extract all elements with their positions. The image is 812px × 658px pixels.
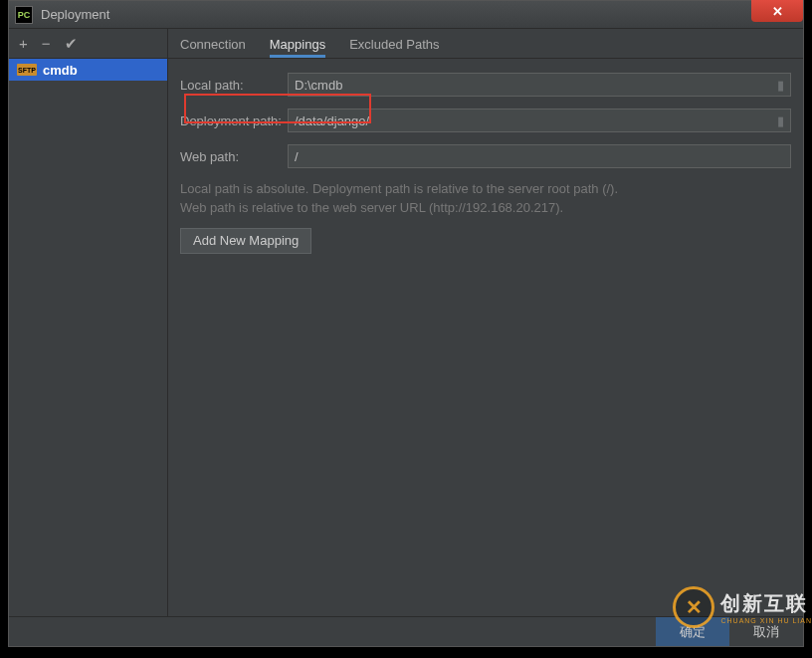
web-path-field[interactable] [288,144,791,168]
deployment-path-label: Deployment path: [180,113,288,128]
hint-text: Local path is absolute. Deployment path … [180,180,791,218]
pycharm-icon: PC [15,6,33,24]
server-item-cmdb[interactable]: SFTP cmdb [9,59,167,81]
web-path-label: Web path: [180,149,288,164]
folder-icon[interactable]: ▮ [777,78,784,93]
hint-line-2: Web path is relative to the web server U… [180,199,791,218]
deployment-path-input[interactable] [295,113,784,128]
sidebar-toolbar: + − ✔ [9,29,167,59]
deployment-path-field[interactable]: ▮ [288,109,791,132]
mappings-form: Local path: ▮ Deployment path: ▮ [168,59,803,254]
local-path-input[interactable] [295,78,784,93]
window-title: Deployment [41,7,109,22]
main-panel: Connection Mappings Excluded Paths Local… [168,29,803,616]
tab-connection[interactable]: Connection [180,37,246,58]
tab-bar: Connection Mappings Excluded Paths [168,29,803,59]
deployment-dialog: PC Deployment ✕ + − ✔ SFTP cmdb Connecti… [8,0,804,647]
close-button[interactable]: ✕ [751,0,803,22]
add-icon[interactable]: + [19,36,28,51]
dialog-button-bar: 确定 取消 [9,616,803,646]
tab-excluded-paths[interactable]: Excluded Paths [349,37,439,58]
titlebar[interactable]: PC Deployment ✕ [9,1,803,29]
server-name-label: cmdb [43,63,78,78]
cancel-button[interactable]: 取消 [729,617,803,646]
remove-icon[interactable]: − [42,36,51,51]
hint-line-1: Local path is absolute. Deployment path … [180,180,791,199]
add-new-mapping-button[interactable]: Add New Mapping [180,228,311,254]
local-path-field[interactable]: ▮ [288,73,791,97]
local-path-label: Local path: [180,78,288,93]
ok-button[interactable]: 确定 [656,617,729,646]
web-path-input[interactable] [295,149,784,164]
server-sidebar: + − ✔ SFTP cmdb [9,29,168,616]
tab-mappings[interactable]: Mappings [270,37,325,58]
close-icon: ✕ [772,4,783,19]
check-icon[interactable]: ✔ [65,36,78,51]
sftp-badge-icon: SFTP [17,64,37,76]
folder-icon[interactable]: ▮ [777,113,784,128]
